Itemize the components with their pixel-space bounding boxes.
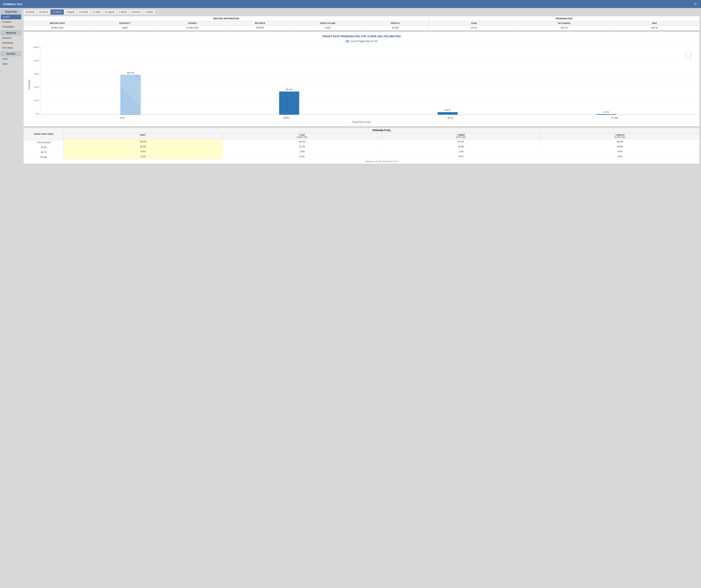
bar-50-75 xyxy=(438,112,458,115)
date-tab-7[interactable]: 2 Nov22 xyxy=(117,9,129,15)
meeting-info-section: MEETING INFORMATION MEETING DATE CONTRAC… xyxy=(24,16,429,30)
date-tab-3[interactable]: 4 May22 xyxy=(64,9,76,15)
probs-data-row: 0.0 % 60.5 % 39.5 % xyxy=(429,25,699,30)
bt-cell-75-100-1month: 0.0% xyxy=(540,154,699,159)
y-label-80: 80 % xyxy=(34,59,39,62)
bt-cell-25-50-now: 35.4% xyxy=(64,144,223,149)
meeting-card: MEETING INFORMATION MEETING DATE CONTRAC… xyxy=(23,16,700,30)
date-tab-6[interactable]: 21 Sep22 xyxy=(103,9,116,15)
bt-rate-0-25: 0-25 (Current) xyxy=(24,140,63,145)
sidebar-item-downloads[interactable]: Downloads xyxy=(1,40,21,45)
date-tab-8[interactable]: 14 Dec22 xyxy=(129,9,143,15)
meeting-info-title: MEETING INFORMATION xyxy=(24,16,429,21)
col-hike: HIKE xyxy=(609,21,699,25)
bt-col-headers: NOW * 1 DAY14 DEC 2021 1 WEEK8 DEC 2021 … xyxy=(64,133,699,139)
val-contract: ZQH2 xyxy=(91,25,159,30)
bt-cell-25-50-1week: 33.6% xyxy=(382,144,541,149)
sidebar-item-current[interactable]: Current xyxy=(1,15,21,19)
probs-header-row: EASE NO CHANGE HIKE xyxy=(429,21,699,25)
y-axis-ticks: 100 % 80 % 60 % 40 % 20 % 0 % xyxy=(32,45,40,124)
col-contract: CONTRACT xyxy=(91,21,159,25)
y-axis-label-container: Probability xyxy=(26,45,32,124)
bar-label-0-25: 60.5 % xyxy=(127,71,134,74)
date-tab-2[interactable]: 16 Mar22 xyxy=(50,9,64,15)
sidebar-target-rate-header[interactable]: Target Rate xyxy=(1,9,21,14)
bt-right: PROBABILITY(%) NOW * 1 DAY14 DEC 2021 1 … xyxy=(64,128,699,164)
val-meeting-date: 16 Mar 2022 xyxy=(24,25,91,30)
chart-title: TARGET RATE PROBABILITIES FOR 16 MAR 202… xyxy=(26,35,696,38)
y-label-20: 20 % xyxy=(34,100,39,102)
bt-cell-50-75-1month: 0.8% xyxy=(540,149,699,154)
bt-rate-25-50: 25-50 xyxy=(24,145,63,150)
bar-75-100 xyxy=(596,114,616,115)
bt-rate-50-75: 50-75 xyxy=(24,150,63,155)
sidebar-item-prior-hikes[interactable]: Prior Hikes xyxy=(1,45,21,50)
bt-cell-50-75-now: 4.0% xyxy=(64,149,223,154)
y-axis-title: Probability xyxy=(28,79,30,90)
date-tab-1[interactable]: 26 Jan22 xyxy=(37,9,50,15)
sidebar-item-table[interactable]: Table xyxy=(1,61,21,66)
twitter-icon[interactable]: 🐦 xyxy=(694,2,698,6)
val-expires: 31 Mar 2022 xyxy=(159,25,226,30)
bt-cell-0-25-1day: 66.2% xyxy=(223,139,382,144)
col-ease: EASE xyxy=(429,21,519,25)
col-expires: EXPIRES xyxy=(159,21,226,25)
sidebar-dot-plot-header: Dot Plot xyxy=(1,51,21,56)
bt-cell-50-75-1week: 2.2% xyxy=(382,149,541,154)
bar-group-75-100: 0.1 % xyxy=(596,111,616,115)
date-tab-0[interactable]: 15 Dec21 xyxy=(23,9,37,15)
sidebar-item-probabilities[interactable]: Probabilities xyxy=(1,24,21,29)
bt-left: TARGET RATE (BPS) 0-25 (Current) 25-50 5… xyxy=(24,128,64,164)
date-tab-4[interactable]: 15 Jun22 xyxy=(77,9,90,15)
bottom-table: TARGET RATE (BPS) 0-25 (Current) 25-50 5… xyxy=(23,128,700,164)
probabilities-title: PROBABILITIES xyxy=(429,16,699,21)
bar-label-25-50: 35.4 % xyxy=(286,88,292,91)
date-tabs: 15 Dec21 26 Jan22 16 Mar22 4 May22 15 Ju… xyxy=(23,9,700,15)
bt-data-row-0: 60.5% 66.2% 64.1% 80.3% xyxy=(64,139,699,144)
date-tab-5[interactable]: 27 Jul22 xyxy=(90,9,102,15)
sidebar-historical-header: Historical xyxy=(1,30,21,35)
chart-legend: Current Target Rate of 0-25 xyxy=(26,40,696,42)
bt-prob-title: PROBABILITY(%) xyxy=(64,128,699,133)
bt-cell-75-100-now: 0.1% xyxy=(64,154,223,159)
bt-col-1day: 1 DAY14 DEC 2021 xyxy=(223,133,382,139)
bt-col-now: NOW * xyxy=(64,133,223,139)
sidebar: Target Rate Current Compare Probabilitie… xyxy=(0,8,22,588)
bt-cell-0-25-1week: 64.1% xyxy=(382,139,541,144)
bar-label-50-75: 4.0 % xyxy=(445,109,451,112)
y-label-60: 60 % xyxy=(34,73,39,75)
sidebar-item-compare[interactable]: Compare xyxy=(1,20,21,24)
sidebar-item-chart[interactable]: Chart xyxy=(1,57,21,61)
bar-group-50-75: 4.0 % xyxy=(438,109,458,115)
bar-0-25 xyxy=(121,75,141,115)
bt-data-row-1: 35.4% 31.2% 33.6% 18.9% xyxy=(64,144,699,149)
app-title: FedWatch Tool xyxy=(3,3,22,6)
bt-cell-25-50-1day: 31.2% xyxy=(223,144,382,149)
bars-container: 60.5 % 35.4 % 4.0 % xyxy=(40,46,696,115)
col-prior-oi: PRIOR OI xyxy=(362,21,429,25)
bt-rate-75-100: 75-100 xyxy=(24,155,63,160)
chart-plot-wrapper: Probability 100 % 80 % 60 % 40 % 20 % 0 … xyxy=(26,45,696,124)
bt-col-1week: 1 WEEK8 DEC 2021 xyxy=(382,133,541,139)
bt-footnote: * Data as of 15 Dec 2021 06:57:18 CT xyxy=(64,159,699,164)
bar-group-0-25: 60.5 % xyxy=(121,71,141,115)
bt-data-row-3: 0.1% 0.1% 0.0% 0.0% xyxy=(64,154,699,159)
sidebar-item-historical[interactable]: Historical xyxy=(1,36,21,40)
content-area: 15 Dec21 26 Jan22 16 Mar22 4 May22 15 Ju… xyxy=(22,8,701,588)
col-mid-price: MID PRICE xyxy=(226,21,294,25)
val-prior-volume: 6,939 xyxy=(294,25,362,30)
bar-label-75-100: 0.1 % xyxy=(603,111,609,114)
bt-cell-75-100-1day: 0.1% xyxy=(223,154,382,159)
bt-cell-25-50-1month: 18.9% xyxy=(540,144,699,149)
bt-outer: TARGET RATE (BPS) 0-25 (Current) 25-50 5… xyxy=(24,128,699,164)
col-prior-volume: PRIOR VOLUME xyxy=(294,21,362,25)
date-tab-9[interactable]: 1 Feb23 xyxy=(143,9,155,15)
legend-swatch xyxy=(345,40,349,42)
meeting-info-header-row: MEETING DATE CONTRACT EXPIRES MID PRICE … xyxy=(24,21,429,25)
probabilities-section: PROBABILITIES EASE NO CHANGE HIKE 0.0 % … xyxy=(429,16,699,30)
bar-group-25-50: 35.4 % xyxy=(279,88,299,115)
meeting-card-inner: MEETING INFORMATION MEETING DATE CONTRAC… xyxy=(24,16,699,30)
bt-cell-0-25-1month: 80.3% xyxy=(540,139,699,144)
bt-col-1month: 1 MONTH15 NOV 2021 xyxy=(540,133,699,139)
bt-left-header: TARGET RATE (BPS) xyxy=(34,133,54,135)
